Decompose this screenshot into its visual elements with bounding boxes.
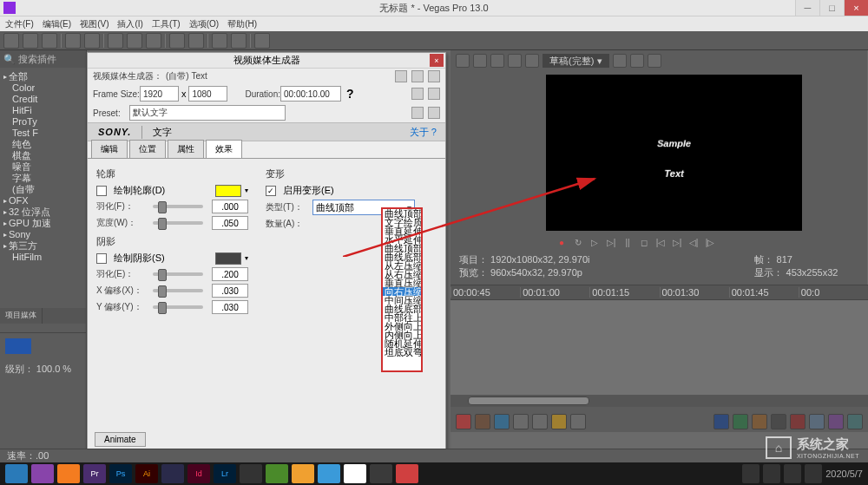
yoffset-value[interactable]: .030 [212,300,248,314]
dropdown-option[interactable]: 中部往上 [383,313,421,322]
dlg-icon[interactable] [411,88,424,100]
taskbar-id[interactable]: Id [187,464,210,483]
dropdown-option[interactable]: 曲线顶部 [383,209,421,218]
tool-render-icon[interactable] [65,33,81,49]
tl-tool-icon[interactable] [570,414,586,429]
taskbar-item[interactable] [161,464,184,483]
tree-item[interactable]: Credit [12,94,82,105]
shadow-feather-slider[interactable] [153,272,203,276]
dropdown-option[interactable]: 向右压缩 [383,287,421,296]
tl-tool-icon[interactable] [475,414,490,429]
enable-transform-checkbox[interactable] [266,186,276,196]
tree-item[interactable]: 噪音 [12,161,82,173]
taskbar-item[interactable] [240,464,262,483]
tl-tool-icon[interactable] [532,414,548,429]
loop-button[interactable]: ↻ [571,236,585,248]
tl-tool-icon[interactable] [752,414,767,429]
tool-help-icon[interactable] [254,33,270,49]
tree-item[interactable]: Sony [3,229,82,240]
quality-selector[interactable]: 草稿(完整)▾ [542,54,609,68]
maximize-button[interactable]: □ [819,0,844,16]
tree-item[interactable]: Color [12,82,82,94]
go-end-button[interactable]: ▷| [670,236,684,248]
dropdown-option[interactable]: 内侧向上卷折 [383,331,421,339]
tray-icon[interactable] [805,464,822,483]
menu-options[interactable]: 选项(O) [189,18,219,30]
type-dropdown-list[interactable]: 曲线顶部文字绘质垂直延伸水平延伸曲线顶部曲线底部从左压缩从右压缩垂直压缩向右压缩… [381,207,423,372]
tl-tool-icon[interactable] [828,414,844,429]
dropdown-option[interactable]: 随机延伸 [383,339,421,348]
tl-tool-icon[interactable] [809,414,825,429]
tool-open-icon[interactable] [23,33,38,49]
pv-icon[interactable] [525,54,539,68]
tl-tool-icon[interactable] [713,414,729,429]
tl-tool-icon[interactable] [847,414,863,429]
scroll-thumb[interactable] [468,397,589,405]
dropdown-option[interactable]: 文字绘质 [383,218,421,226]
width-value[interactable]: .050 [212,216,248,230]
timeline-scrollbar[interactable] [450,395,868,407]
tree-item[interactable]: HitFilm [12,252,82,263]
dropdown-option[interactable]: 垂直压缩 [383,279,421,287]
taskbar-item[interactable] [318,464,340,483]
tray-icon[interactable] [763,464,780,483]
tool-undo-icon[interactable] [169,33,185,49]
taskbar-item[interactable] [344,464,366,483]
pv-icon[interactable] [473,54,487,68]
prev-frame-button[interactable]: ◁| [687,236,700,248]
pv-icon[interactable] [613,54,627,68]
tl-tool-icon[interactable] [456,414,471,429]
go-start-button[interactable]: |◁ [654,236,667,248]
tl-tool-icon[interactable] [771,414,786,429]
xoffset-slider[interactable] [153,289,203,292]
pv-icon[interactable] [508,54,522,68]
tab-attributes[interactable]: 属性 [168,140,204,158]
xoffset-value[interactable]: .030 [212,284,248,298]
tree-item[interactable]: ProTy [12,116,82,128]
tl-tool-icon[interactable] [551,414,567,429]
draw-shadow-checkbox[interactable] [96,253,107,264]
media-thumbnail[interactable] [5,338,31,354]
tree-item[interactable]: 纯色 [12,139,82,150]
dialog-title-bar[interactable]: 视频媒体生成器 × [88,53,445,69]
minimize-button[interactable]: ─ [795,0,819,16]
yoffset-slider[interactable] [153,305,203,309]
pv-icon[interactable] [456,54,470,68]
tree-item[interactable]: 第三方 [3,240,82,252]
tl-tool-icon[interactable] [733,414,748,429]
dropdown-option[interactable]: 垂直延伸 [383,226,421,235]
dropdown-option[interactable]: 曲线底部 [383,252,421,261]
tray-icon[interactable] [784,464,801,483]
dropdown-option[interactable]: 曲线底部 [383,305,421,313]
draw-contour-checkbox[interactable] [96,186,107,196]
record-button[interactable]: ● [555,236,569,248]
taskbar-ps[interactable]: Ps [109,464,132,483]
timeline-tracks[interactable] [450,299,868,395]
contour-color-swatch[interactable] [215,185,241,197]
tool-copy-icon[interactable] [127,33,142,49]
tab-edit[interactable]: 编辑 [91,140,128,158]
about-link[interactable]: 关于 ? [401,126,445,139]
menu-help[interactable]: 帮助(H) [227,18,257,30]
timeline-ruler[interactable]: 00:00:45 00:01:00 00:01:15 00:01:30 00:0… [450,285,868,299]
tree-item[interactable]: 字幕 [12,173,82,184]
tl-tool-icon[interactable] [494,414,510,429]
taskbar-item[interactable] [31,464,54,483]
tab-effects[interactable]: 效果 [206,140,242,158]
tool-save-icon[interactable] [42,33,57,49]
pv-icon[interactable] [648,54,661,68]
plugin-tree[interactable]: 全部 Color Credit HitFi ProTy Test F 纯色 棋盘… [0,68,86,266]
menu-insert[interactable]: 插入(I) [117,18,142,30]
tl-tool-icon[interactable] [790,414,806,429]
tool-props-icon[interactable] [84,33,100,49]
dlg-icon[interactable] [395,70,407,82]
tool-redo-icon[interactable] [188,33,204,49]
close-button[interactable]: × [844,0,868,16]
tray-icon[interactable] [742,464,760,483]
taskbar-item[interactable] [292,464,314,483]
feather-value[interactable]: .000 [212,200,248,213]
taskbar-item[interactable] [5,464,28,483]
search-plugins[interactable]: 🔍 搜索插件 [0,50,86,68]
frame-height-input[interactable] [188,86,227,102]
frame-width-input[interactable] [140,86,179,102]
